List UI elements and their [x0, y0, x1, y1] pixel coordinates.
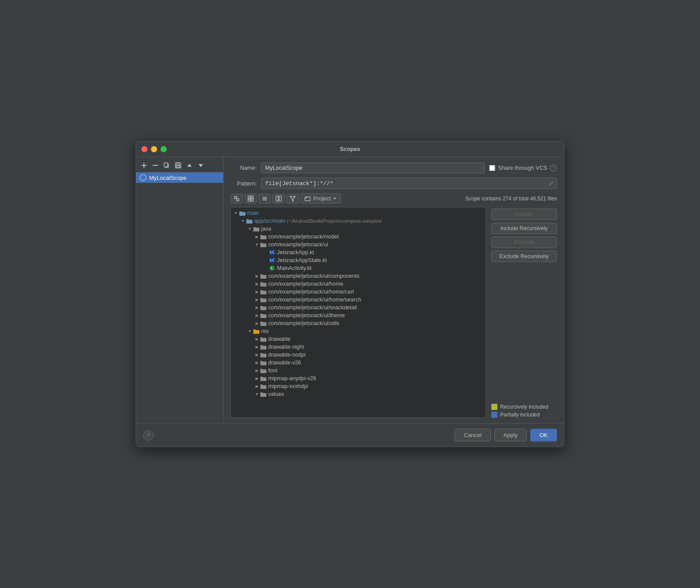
expand-arrow-theme[interactable]: ▶ — [254, 312, 260, 318]
expand-arrow-mipmap-anydpi-v26[interactable]: ▶ — [254, 375, 260, 382]
tree-node-main[interactable]: ▼ main — [231, 209, 486, 217]
title-bar: Scopes — [136, 141, 564, 157]
tree-toolbar: Project Scope contains 274 of total 46,5… — [231, 193, 557, 203]
expand-arrow-mipmap-xxxhdpi[interactable]: ▶ — [254, 383, 260, 389]
tree-node-home[interactable]: ▶ com/example/jetsnack/ui/home — [231, 280, 486, 288]
tree-node-snackdetail[interactable]: ▶ com/example/jetsnack/ui/snackdetail — [231, 304, 486, 312]
expand-arrow-font[interactable]: ▶ — [254, 368, 260, 374]
legend-label-partially-included: Partially included — [500, 412, 540, 418]
expand-arrow-drawable-night[interactable]: ▶ — [254, 344, 260, 350]
expand-arrow-snackdetail[interactable]: ▶ — [254, 304, 260, 311]
copy-scope-button[interactable] — [161, 161, 172, 170]
expand-arrow-model[interactable]: ▶ — [254, 234, 260, 240]
collapse-all-button[interactable] — [231, 194, 243, 203]
tree-node-mipmap-anydpi-v26[interactable]: ▶ mipmap-anydpi-v26 — [231, 374, 486, 382]
tree-node-jetsnack-appstate[interactable]: ▶ kt JetsnackAppState.kt — [231, 256, 486, 264]
tree-node-jetsnack-app[interactable]: ▶ kt JetsnackApp.kt — [231, 248, 486, 256]
node-label-res: res — [261, 328, 269, 334]
remove-scope-button[interactable] — [150, 161, 161, 170]
folder-icon-font — [260, 368, 267, 374]
filter-button[interactable] — [287, 194, 299, 203]
node-label-utils: com/example/jetsnack/ui/utils — [268, 320, 340, 326]
tree-node-java[interactable]: ▼ java — [231, 225, 486, 233]
help-bottom-button[interactable]: ? — [143, 430, 154, 441]
tree-node-ui[interactable]: ▼ com/example/jetsnack/ui — [231, 241, 486, 248]
help-icon[interactable]: ? — [550, 164, 557, 172]
exclude-recursively-button[interactable]: Exclude Recursively — [491, 251, 557, 262]
tree-node-values[interactable]: ▼ values — [231, 390, 486, 398]
folder-icon-java — [253, 226, 260, 232]
node-label-mainactivity: MainActivity.kt — [277, 265, 312, 271]
include-recursively-button[interactable]: Include Recursively — [491, 223, 557, 234]
tree-node-font[interactable]: ▶ font — [231, 367, 486, 374]
add-scope-button[interactable] — [139, 161, 149, 170]
tree-node-components[interactable]: ▶ com/example/jetsnack/ui/components — [231, 272, 486, 280]
node-label-ui: com/example/jetsnack/ui — [268, 242, 328, 248]
scope-buttons: Include Include Recursively Exclude Excl… — [491, 207, 557, 418]
file-tree[interactable]: ▼ main ▼ app/src/main (~/AndroidStud — [231, 207, 486, 418]
expand-arrow-ui[interactable]: ▼ — [254, 242, 260, 248]
tree-node-mipmap-xxxhdpi[interactable]: ▶ mipmap-xxxhdpi — [231, 382, 486, 390]
tree-node-drawable[interactable]: ▶ drawable — [231, 335, 486, 343]
svg-rect-6 — [177, 163, 179, 165]
share-vcs-row: Share through VCS ? — [489, 164, 557, 172]
folder-icon-ui — [260, 242, 267, 248]
node-label-drawable-v26: drawable-v26 — [268, 360, 301, 366]
project-dropdown[interactable]: Project — [301, 193, 341, 203]
svg-rect-19 — [279, 196, 281, 201]
pattern-expand-button[interactable]: ⤢ — [546, 178, 556, 189]
main-content: Name: Share through VCS ? Pattern: ⤢ — [224, 157, 564, 423]
ok-button[interactable]: OK — [530, 429, 557, 441]
include-button[interactable]: Include — [491, 209, 557, 220]
tree-node-mainactivity[interactable]: ▶ A MainActivity.kt — [231, 264, 486, 272]
tree-node-drawable-night[interactable]: ▶ drawable-night — [231, 343, 486, 351]
node-label-mipmap-xxxhdpi: mipmap-xxxhdpi — [268, 383, 308, 389]
maximize-button[interactable] — [161, 146, 167, 152]
minimize-button[interactable] — [151, 146, 157, 152]
svg-marker-20 — [290, 196, 295, 201]
expand-arrow-drawable-v26[interactable]: ▶ — [254, 360, 260, 366]
node-label-jetsnack-appstate: JetsnackAppState.kt — [277, 257, 327, 263]
tree-node-cart[interactable]: ▶ com/example/jetsnack/ui/home/cart — [231, 288, 486, 296]
expand-arrow-main[interactable]: ▼ — [233, 210, 239, 216]
expand-arrow-home[interactable]: ▶ — [254, 281, 260, 287]
tree-node-utils[interactable]: ▶ com/example/jetsnack/ui/utils — [231, 319, 486, 327]
name-row: Name: Share through VCS ? — [231, 162, 557, 173]
tree-node-theme[interactable]: ▶ com/example/jetsnack/ui/theme — [231, 312, 486, 319]
expand-arrow-java[interactable]: ▼ — [247, 226, 253, 232]
save-scope-button[interactable] — [173, 161, 183, 170]
expand-arrow-cart[interactable]: ▶ — [254, 289, 260, 295]
scope-item-my-local-scope[interactable]: MyLocalScope — [136, 172, 223, 183]
expand-arrow-drawable-nodpi[interactable]: ▶ — [254, 352, 260, 358]
expand-all-button[interactable] — [245, 194, 257, 203]
expand-arrow-drawable[interactable]: ▶ — [254, 336, 260, 342]
pattern-row: Pattern: ⤢ — [231, 178, 557, 189]
apply-button[interactable]: Apply — [494, 429, 527, 441]
flatten-button[interactable] — [259, 194, 271, 203]
pattern-input[interactable] — [262, 178, 546, 189]
node-label-drawable-nodpi: drawable-nodpi — [268, 352, 305, 358]
expand-arrow-res[interactable]: ▼ — [247, 328, 253, 334]
share-vcs-checkbox[interactable] — [489, 165, 495, 171]
exclude-button[interactable]: Exclude — [491, 237, 557, 248]
expand-arrow-app-src-main[interactable]: ▼ — [240, 218, 246, 224]
expand-arrow-values[interactable]: ▼ — [254, 391, 260, 397]
tree-node-model[interactable]: ▶ com/example/jetsnack/model — [231, 233, 486, 241]
legend-label-recursively-included: Recursively included — [500, 404, 548, 410]
name-input[interactable] — [261, 162, 485, 173]
tree-node-drawable-v26[interactable]: ▶ drawable-v26 — [231, 359, 486, 367]
group-button[interactable] — [273, 194, 285, 203]
cancel-button[interactable]: Cancel — [455, 429, 490, 441]
tree-node-search[interactable]: ▶ com/example/jetsnack/ui/home/search — [231, 296, 486, 304]
expand-arrow-utils[interactable]: ▶ — [254, 320, 260, 326]
node-label-font: font — [268, 368, 277, 374]
move-down-button[interactable] — [196, 161, 206, 170]
move-up-button[interactable] — [184, 161, 195, 170]
node-label-app-src-main: app/src/main — [254, 218, 286, 224]
tree-node-drawable-nodpi[interactable]: ▶ drawable-nodpi — [231, 351, 486, 359]
close-button[interactable] — [141, 146, 147, 152]
tree-node-res[interactable]: ▼ res — [231, 327, 486, 335]
expand-arrow-search[interactable]: ▶ — [254, 297, 260, 303]
expand-arrow-components[interactable]: ▶ — [254, 273, 260, 279]
tree-node-app-src-main[interactable]: ▼ app/src/main (~/AndroidStudioProjects/… — [231, 217, 486, 225]
